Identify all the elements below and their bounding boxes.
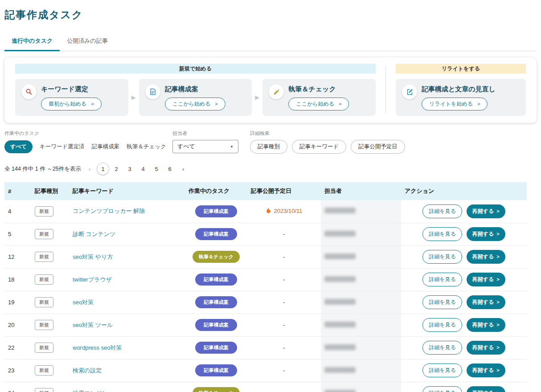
detail-button-label: 詳細を見る [429,231,456,237]
publish-date: - [283,344,285,351]
chevron-right-icon: > [496,254,499,259]
resume-button[interactable]: 再開する> [467,295,505,309]
detail-button[interactable]: 詳細を見る [422,386,462,392]
filter-publish-date-button[interactable]: 記事公開予定日 [351,140,405,154]
task-badge: 記事構成案 [195,342,237,354]
detail-button[interactable]: 詳細を見る [422,363,462,377]
resume-button-label: 再開する [472,367,494,374]
article-keyword-link[interactable]: 検索エンジン [73,390,108,392]
chevron-right-icon: > [496,209,499,214]
page-button-2[interactable]: 2 [110,163,123,175]
start-structure-button[interactable]: ここから始める> [165,98,225,110]
step-title: 記事構成案 [165,85,225,94]
resume-button[interactable]: 再開する> [467,386,505,392]
assignee-label: 担当者 [172,130,238,137]
resume-button[interactable]: 再開する> [467,273,505,286]
article-keyword-link[interactable]: seo対策 やり方 [73,253,113,260]
filter-chip-structure[interactable]: 記事構成案 [92,143,120,151]
detail-button[interactable]: 詳細を見る [422,318,462,332]
page-button-4[interactable]: 4 [137,163,149,175]
article-keyword-link[interactable]: 検索の設定 [73,367,102,374]
row-number: 20 [4,314,31,336]
page-button-3[interactable]: 3 [123,163,136,175]
resume-button[interactable]: 再開する> [467,250,505,264]
assignee-name-blurred [324,344,356,350]
chevron-right-icon: > [91,102,94,106]
detail-button-label: 詳細を見る [429,322,456,328]
article-keyword-link[interactable]: コンテンツブロッカー 解除 [73,208,145,214]
table-row: 5 新規 診断 コンテンツ 記事構成案 - 詳細を見る 再開する> [4,223,527,245]
resume-button[interactable]: 再開する> [467,341,505,355]
assignee-select[interactable]: すべて ▼ [172,140,238,153]
chevron-right-icon: > [215,102,217,106]
detail-button[interactable]: 詳細を見る [422,250,462,264]
button-label: ここから始める [296,100,334,108]
flame-icon [266,207,271,215]
page-root: 記事作成タスク 進行中のタスク 公開済みの記事 新規で始める キーワード選定 最… [0,0,541,392]
tab-published[interactable]: 公開済みの記事 [60,33,115,51]
assignee-name-blurred [324,367,356,373]
start-writing-button[interactable]: ここから始める> [288,98,349,110]
pencil-icon [269,84,284,99]
column-header-article-type: 記事種別 [31,182,69,200]
task-badge: 執筆＆チェック [193,387,240,392]
detail-button-label: 詳細を見る [429,367,456,373]
start-rewrite-button[interactable]: リライトを始める> [422,98,488,110]
article-type-badge: 新規 [35,206,53,216]
workflow-card: 新規で始める キーワード選定 最初から始める> ▶ [4,57,537,123]
detail-button-label: 詳細を見る [429,253,456,260]
resume-button[interactable]: 再開する> [467,318,505,332]
resume-button[interactable]: 再開する> [467,204,505,218]
start-from-beginning-button[interactable]: 最初から始める> [41,98,102,110]
step-writing-check: 執筆＆チェック ここから始める> [262,79,376,116]
detail-button[interactable]: 詳細を見る [422,341,462,355]
task-badge: 執筆＆チェック [193,251,240,263]
detail-button[interactable]: 詳細を見る [422,295,462,309]
filter-chip-keyword-selected[interactable]: キーワード選定済 [40,143,85,151]
chevron-right-icon: > [496,300,499,305]
chevron-down-icon: ▼ [230,145,234,149]
step-keyword-selection: キーワード選定 最初から始める> [15,79,128,116]
arrow-right-icon: ▶ [128,94,139,101]
chevron-right-icon: > [496,323,499,327]
next-page-icon[interactable]: › [177,163,189,175]
publish-date-cell: - [247,268,321,291]
assignee-select-value: すべて [177,143,195,151]
table-row: 18 新規 twitterブラウザ 記事構成案 - 詳細を見る 再開する> [4,268,527,291]
detail-button[interactable]: 詳細を見る [422,273,462,286]
table-row: 23 新規 検索の設定 記事構成案 - 詳細を見る 再開する> [4,359,527,382]
table-row: 19 新規 seo対策 記事構成案 - 詳細を見る 再開する> [4,291,527,314]
prev-page-icon[interactable]: ‹ [83,163,96,175]
filter-chip-writing-check[interactable]: 執筆＆チェック [127,143,166,151]
detail-button[interactable]: 詳細を見る [422,204,462,218]
tab-in-progress[interactable]: 進行中のタスク [4,33,60,51]
detail-button[interactable]: 詳細を見る [422,227,462,241]
filter-article-keyword-button[interactable]: 記事キーワード [292,140,346,154]
table-row: 24 新規 検索エンジン 執筆＆チェック - 詳細を見る 再開する> [4,382,527,392]
column-header-actions: アクション [401,182,527,200]
task-table-body: 4 新規 コンテンツブロッカー 解除 記事構成案 2023/10/11 詳細を見… [4,200,527,392]
article-keyword-link[interactable]: seo対策 ツール [73,322,113,328]
page-button-1[interactable]: 1 [97,163,109,175]
arrow-right-icon: ▶ [252,94,262,101]
publish-date: - [283,253,285,260]
article-keyword-link[interactable]: twitterブラウザ [73,276,112,283]
page-button-6[interactable]: 6 [164,163,176,175]
pagination-row: 全 144 件中 1 件 ～25件を表示 ‹ 1 2 3 4 5 6 › [4,163,537,175]
step-title: 執筆＆チェック [288,85,349,94]
article-type-badge: 新規 [35,365,53,376]
article-keyword-link[interactable]: 診断 コンテンツ [73,231,115,237]
tab-bar: 進行中のタスク 公開済みの記事 [4,33,537,51]
filter-article-type-button[interactable]: 記事種別 [250,140,287,154]
rewrite-card: 記事構成と文章の見直し リライトを始める> [396,79,526,116]
row-number: 4 [4,200,31,223]
resume-button[interactable]: 再開する> [467,227,505,241]
row-number: 12 [4,245,31,268]
chevron-right-icon: > [477,102,480,106]
filter-chip-all[interactable]: すべて [4,140,33,153]
article-keyword-link[interactable]: wordpress seo対策 [73,344,122,351]
page-button-5[interactable]: 5 [150,163,163,175]
task-badge: 記事構成案 [195,296,237,308]
resume-button[interactable]: 再開する> [467,363,505,377]
article-keyword-link[interactable]: seo対策 [73,299,94,306]
